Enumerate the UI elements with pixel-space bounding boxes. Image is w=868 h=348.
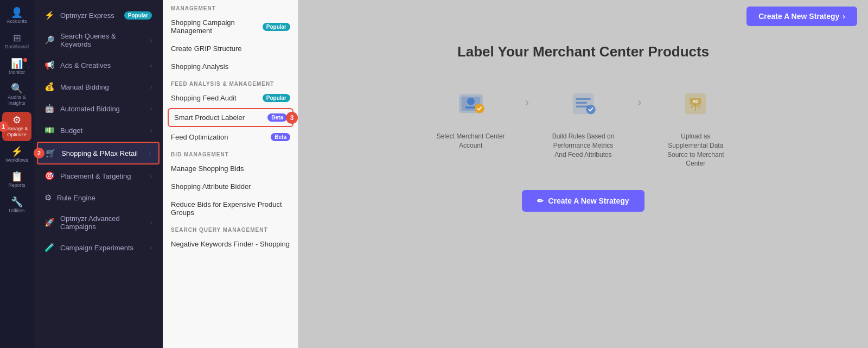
step-3-label: Upload as Supplemental Data Source to Me…: [660, 132, 731, 168]
submenu-manage-shopping-bids[interactable]: Manage Shopping Bids: [163, 160, 298, 178]
steps-container: Select Merchant Center Account › Build: [422, 82, 745, 168]
nav-shopping-pmax[interactable]: 2 🛒 Shopping & PMax Retail ›: [37, 142, 159, 164]
utilities-icon: 🔧: [11, 197, 23, 207]
submenu-smart-product-labeler[interactable]: 3 Smart Product Labeler Beta: [168, 108, 293, 127]
feed-optimization-label: Feed Optimization: [171, 133, 228, 141]
nav-budget[interactable]: 💵 Budget ›: [37, 120, 159, 141]
workflows-icon: ⚡: [11, 147, 23, 156]
svg-text:AD: AD: [693, 99, 698, 103]
optmyzr-advanced-chevron: ›: [150, 220, 152, 226]
submenu-create-grip[interactable]: Create GRIP Structure: [163, 40, 298, 58]
audits-icon: 🔍: [11, 84, 23, 93]
manage-icon: ⚙: [12, 115, 21, 125]
submenu-feed-optimization[interactable]: Feed Optimization Beta: [163, 128, 298, 146]
nav-campaign-experiments[interactable]: 🧪 Campaign Experiments ›: [37, 237, 159, 258]
ads-creatives-icon: 📢: [44, 60, 55, 70]
dashboard-icon: ⊞: [13, 33, 21, 43]
reports-icon: 📋: [11, 172, 23, 181]
budget-icon: 💵: [44, 125, 55, 135]
svg-point-4: [475, 104, 484, 113]
edit-icon: ✏: [537, 197, 544, 205]
step-2-label: Build Rules Based on Performance Metrics…: [548, 132, 618, 159]
rule-engine-icon: ⚙: [44, 193, 52, 203]
placement-chevron: ›: [150, 173, 152, 179]
bid-section-title: BID MANAGEMENT: [163, 146, 298, 160]
feed-optimization-badge: Beta: [271, 133, 290, 141]
accounts-icon: 👤: [11, 8, 23, 17]
step-arrow-2: ›: [632, 96, 647, 110]
nav-manual-bidding[interactable]: 💰 Manual Bidding ›: [37, 77, 159, 97]
sidebar-item-manage[interactable]: 1 ⚙ Manage & Optimize ›: [2, 112, 31, 141]
shopping-mgmt-badge: Popular: [263, 23, 290, 31]
sidebar-item-workflows[interactable]: ⚡ Workflows: [2, 143, 31, 167]
sidebar-item-reports[interactable]: 📋 Reports: [2, 168, 31, 192]
budget-chevron: ›: [150, 128, 152, 134]
manage-chevron: ›: [28, 124, 30, 129]
smart-labeler-badge: Beta: [267, 113, 287, 122]
monitor-icon: 📊: [11, 59, 23, 68]
create-grip-label: Create GRIP Structure: [171, 45, 242, 53]
step-upload-supplemental: AD Upload as Supplemental Data Source to…: [647, 82, 744, 168]
create-strategy-top-button[interactable]: Create A New Strategy ›: [746, 7, 857, 26]
svg-point-9: [586, 105, 596, 115]
monitor-badge: [23, 58, 27, 62]
page-title: Label Your Merchant Center Products: [457, 43, 709, 60]
submenu-panel: MANAGEMENT Shopping Campaign Management …: [163, 0, 298, 348]
submenu-negative-keywords-shopping[interactable]: Negative Keywords Finder - Shopping: [163, 235, 298, 253]
step-3-icon-wrapper: AD: [674, 82, 717, 125]
sidebar-item-monitor[interactable]: 📊 Monitor ›: [2, 55, 31, 79]
annotation-2: 2: [34, 148, 44, 159]
feed-audit-badge: Popular: [263, 94, 290, 102]
upload-supplemental-icon: AD: [676, 85, 714, 123]
submenu-reduce-bids-expensive[interactable]: Reduce Bids for Expensive Product Groups: [163, 195, 298, 222]
search-query-section-title: SEARCH QUERY MANAGEMENT: [163, 222, 298, 235]
manual-bidding-chevron: ›: [150, 84, 152, 90]
sidebar-item-accounts[interactable]: 👤 Accounts: [2, 4, 31, 28]
step-select-account: Select Merchant Center Account: [422, 82, 520, 150]
create-strategy-center-label: Create A New Strategy: [548, 197, 629, 205]
svg-rect-7: [576, 102, 587, 104]
negative-keywords-label: Negative Keywords Finder - Shopping: [171, 240, 290, 248]
nav-optmyzr-express[interactable]: ⚡ Optmyzr Express Popular: [37, 5, 159, 26]
shopping-analysis-label: Shopping Analysis: [171, 62, 228, 71]
popular-badge: Popular: [124, 11, 152, 20]
content-area: Label Your Merchant Center Products Sele…: [298, 33, 868, 348]
placement-targeting-icon: 🎯: [44, 171, 55, 181]
manage-bids-label: Manage Shopping Bids: [171, 164, 244, 173]
nav-search-queries[interactable]: 🔎 Search Queries & Keywords ›: [37, 27, 159, 54]
sidebar-item-utilities[interactable]: 🔧 Utilities: [2, 194, 31, 217]
automated-bidding-chevron: ›: [150, 106, 152, 112]
step-1-label: Select Merchant Center Account: [436, 132, 506, 150]
feed-section-title: FEED ANALYSIS & MANAGEMENT: [163, 75, 298, 89]
submenu-shopping-attribute-bidder[interactable]: Shopping Attribute Bidder: [163, 178, 298, 195]
select-account-icon: [452, 85, 490, 123]
nav-automated-bidding[interactable]: 🤖 Automated Bidding ›: [37, 98, 159, 119]
annotation-3: 3: [286, 112, 298, 124]
shopping-pmax-icon: 🛒: [46, 148, 56, 158]
search-queries-icon: 🔎: [44, 35, 55, 45]
search-queries-chevron: ›: [150, 37, 152, 43]
nav-placement-targeting[interactable]: 🎯 Placement & Targeting ›: [37, 166, 159, 186]
ads-creatives-chevron: ›: [150, 62, 152, 68]
build-rules-icon: [564, 85, 602, 123]
monitor-chevron: ›: [28, 64, 30, 69]
nav-optmyzr-advanced[interactable]: 🚀 Optmyzr Advanced Campaigns ›: [37, 209, 159, 236]
optmyzr-express-icon: ⚡: [44, 10, 55, 20]
shopping-mgmt-label: Shopping Campaign Management: [171, 18, 258, 35]
submenu-shopping-analysis[interactable]: Shopping Analysis: [163, 58, 298, 75]
manual-bidding-icon: 💰: [44, 82, 55, 92]
optmyzr-advanced-icon: 🚀: [44, 218, 55, 227]
main-content: Create A New Strategy › Label Your Merch…: [298, 0, 868, 348]
nav-sidebar: ⚡ Optmyzr Express Popular 🔎 Search Queri…: [34, 0, 163, 348]
nav-rule-engine[interactable]: ⚙ Rule Engine: [37, 187, 159, 208]
management-section-title: MANAGEMENT: [163, 0, 298, 14]
reduce-bids-label: Reduce Bids for Expensive Product Groups: [171, 200, 290, 217]
sidebar-item-dashboard[interactable]: ⊞ Dashboard: [2, 30, 31, 53]
nav-ads-creatives[interactable]: 📢 Ads & Creatives ›: [37, 55, 159, 75]
sidebar-item-audits[interactable]: 🔍 Audits & Insights: [2, 80, 31, 110]
submenu-shopping-campaign-mgmt[interactable]: Shopping Campaign Management Popular: [163, 14, 298, 40]
submenu-shopping-feed-audit[interactable]: Shopping Feed Audit Popular: [163, 89, 298, 107]
arrow-icon: ›: [843, 12, 845, 21]
create-strategy-center-button[interactable]: ✏ Create A New Strategy: [522, 190, 644, 212]
svg-point-2: [467, 98, 475, 105]
